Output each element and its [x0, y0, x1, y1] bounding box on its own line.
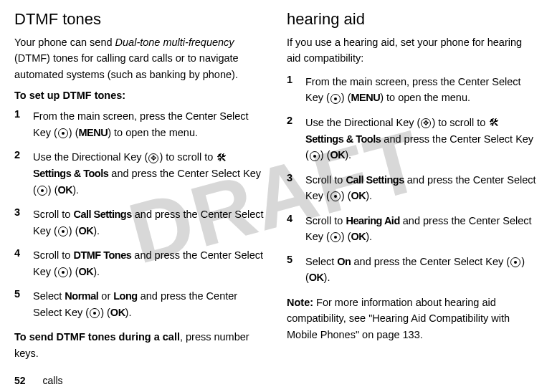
step-text: Scroll to Hearing Aid and press the Cent…	[305, 213, 538, 245]
center-select-icon	[58, 267, 68, 277]
normal-label: Normal	[65, 290, 98, 302]
left-column: DTMF tones Your phone can send Dual-tone…	[14, 10, 265, 361]
step-num: 2	[14, 149, 33, 198]
ok-label: OK	[351, 231, 366, 242]
step-5: 5 Select On and press the Center Select …	[287, 254, 538, 286]
ok-label: OK	[58, 184, 73, 196]
step-3: 3 Scroll to Call Settings and press the …	[14, 206, 265, 239]
directional-key-icon	[421, 118, 431, 128]
step-4: 4 Scroll to Hearing Aid and press the Ce…	[287, 213, 538, 245]
intro-post: (DTMF) tones for calling card calls or t…	[14, 52, 239, 80]
dtmf-tones-label: DTMF Tones	[73, 249, 131, 261]
step-3: 3 Scroll to Call Settings and press the …	[287, 172, 538, 204]
menu-label: MENU	[351, 92, 381, 103]
txt: Use the Directional Key (	[33, 151, 148, 163]
step-1: 1 From the main screen, press the Center…	[287, 74, 538, 106]
txt: ).	[345, 149, 351, 161]
step-num: 1	[14, 108, 33, 140]
center-select-icon	[330, 232, 341, 242]
menu-label: MENU	[79, 127, 108, 138]
txt: Use the Directional Key (	[305, 117, 420, 128]
ok-label: OK	[79, 266, 94, 277]
step-num: 4	[14, 247, 33, 279]
step-num: 5	[287, 254, 305, 286]
txt: ) (	[320, 149, 330, 161]
txt: Scroll to	[33, 209, 73, 220]
tools-icon: 🛠	[489, 115, 499, 131]
txt: ) (	[341, 190, 351, 201]
txt: ).	[93, 266, 100, 277]
footer-section: calls	[43, 375, 63, 386]
call-settings-label: Call Settings	[73, 209, 131, 220]
ok-label: OK	[79, 225, 94, 236]
on-label: On	[337, 256, 351, 267]
step-2: 2 Use the Directional Key () to scroll t…	[14, 149, 265, 198]
txt: Select	[33, 290, 65, 302]
tools-icon: 🛠	[216, 150, 227, 166]
txt: ) (	[100, 307, 110, 318]
step-num: 3	[287, 172, 305, 204]
ok-label: OK	[309, 272, 324, 283]
txt: ) to scroll to	[432, 117, 488, 128]
hearing-aid-heading: hearing aid	[287, 10, 538, 29]
step-1: 1 From the main screen, press the Center…	[14, 108, 265, 140]
txt: Select	[305, 256, 337, 267]
center-select-icon	[510, 257, 520, 267]
step-text: Scroll to Call Settings and press the Ce…	[305, 172, 538, 204]
settings-tools-label: Settings & Tools	[33, 168, 108, 179]
txt: ) (	[69, 127, 79, 138]
step-num: 2	[287, 115, 305, 163]
txt: ).	[93, 225, 100, 236]
center-select-icon	[330, 191, 341, 201]
txt: ) (	[48, 184, 58, 196]
page-number: 52	[14, 375, 26, 386]
directional-key-icon	[148, 153, 158, 163]
txt: ).	[324, 272, 330, 283]
step-text: Select Normal or Long and press the Cent…	[33, 288, 265, 320]
center-select-icon	[330, 94, 341, 104]
step-2: 2 Use the Directional Key () to scroll t…	[287, 115, 538, 163]
step-num: 5	[14, 288, 33, 320]
step-text: From the main screen, press the Center S…	[305, 74, 538, 106]
txt: Scroll to	[33, 249, 73, 261]
settings-tools-label: Settings & Tools	[305, 133, 381, 145]
step-5: 5 Select Normal or Long and press the Ce…	[14, 288, 265, 320]
txt: ).	[72, 184, 79, 196]
ok-label: OK	[351, 190, 366, 201]
page-footer: 52 calls	[14, 375, 63, 386]
center-select-icon	[90, 308, 100, 318]
center-select-icon	[310, 151, 320, 161]
step-4: 4 Scroll to DTMF Tones and press the Cen…	[14, 247, 265, 279]
txt: or	[98, 290, 113, 302]
step-num: 3	[14, 206, 33, 239]
txt: ).	[125, 307, 132, 318]
step-num: 4	[287, 213, 305, 245]
intro-pre: Your phone can send	[14, 37, 115, 48]
dtmf-heading: DTMF tones	[14, 10, 265, 29]
ok-label: OK	[110, 307, 125, 318]
txt: and press the Center Select Key (	[351, 256, 510, 267]
txt: ) (	[341, 231, 351, 242]
dtmf-intro: Your phone can send Dual-tone multi-freq…	[14, 34, 265, 82]
closing-bold: To send DTMF tones during a call	[14, 331, 180, 343]
center-select-icon	[58, 128, 68, 138]
txt: Scroll to	[305, 174, 346, 186]
step-text: Use the Directional Key () to scroll to …	[33, 149, 265, 198]
txt: Scroll to	[305, 215, 346, 226]
txt: ) (	[69, 225, 79, 236]
txt: ) (	[341, 92, 351, 103]
center-select-icon	[58, 226, 68, 236]
txt: ) (	[69, 266, 79, 277]
step-text: Use the Directional Key () to scroll to …	[305, 115, 538, 163]
step-text: From the main screen, press the Center S…	[33, 108, 265, 140]
page-content: DTMF tones Your phone can send Dual-tone…	[14, 10, 538, 361]
center-select-icon	[37, 186, 47, 196]
txt: ) to open the menu.	[108, 127, 198, 138]
step-text: Select On and press the Center Select Ke…	[305, 254, 538, 286]
dtmf-subhead: To set up DTMF tones:	[14, 90, 265, 101]
ok-label: OK	[330, 149, 346, 161]
intro-italic: Dual-tone multi-frequency	[115, 37, 234, 48]
txt: ) to scroll to	[159, 151, 216, 163]
hearing-aid-intro: If you use a hearing aid, set your phone…	[287, 34, 538, 67]
note-bold: Note:	[287, 297, 313, 308]
